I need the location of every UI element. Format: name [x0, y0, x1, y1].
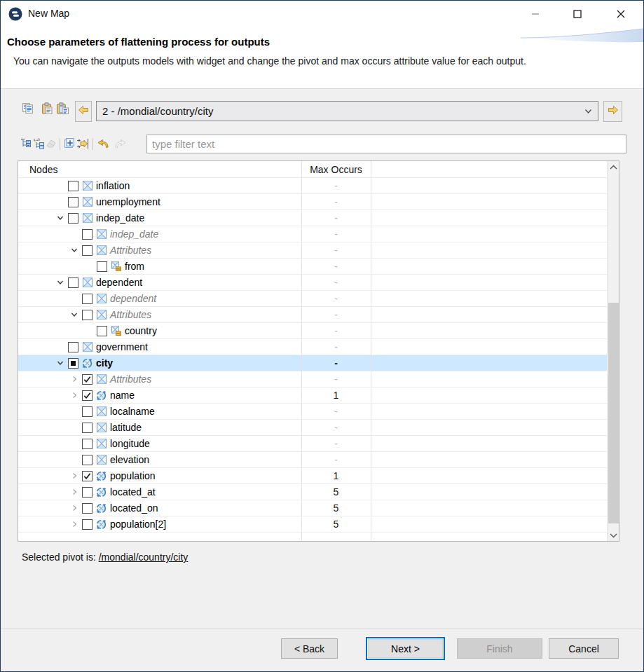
max-occurs-value[interactable]: 5: [301, 519, 371, 530]
max-occurs-value[interactable]: -: [301, 422, 371, 433]
row-checkbox[interactable]: [82, 439, 93, 449]
tree-row[interactable]: unemployment-: [18, 194, 607, 210]
row-checkbox[interactable]: [82, 503, 93, 514]
row-checkbox[interactable]: [82, 294, 93, 304]
tree-row[interactable]: located_at5: [18, 484, 607, 500]
expand-levels-icon[interactable]: [33, 137, 46, 150]
max-occurs-value[interactable]: -: [301, 325, 371, 336]
tree-row[interactable]: city-: [18, 355, 607, 371]
row-checkbox[interactable]: [68, 358, 78, 369]
max-occurs-value[interactable]: 1: [301, 470, 371, 481]
back-button[interactable]: < Back: [281, 638, 338, 659]
max-occurs-value[interactable]: -: [301, 293, 371, 304]
row-checkbox[interactable]: [82, 229, 93, 240]
tree-row[interactable]: Attributes-: [18, 371, 607, 388]
tree-row[interactable]: longitude-: [18, 436, 607, 452]
tree-row[interactable]: elevation-: [18, 452, 607, 468]
scrollbar-up-button[interactable]: [608, 161, 619, 173]
chevron-down-icon[interactable]: [69, 310, 80, 320]
max-occurs-value[interactable]: 1: [301, 390, 371, 401]
tree-row[interactable]: latitude-: [18, 420, 607, 436]
chevron-down-icon[interactable]: [69, 245, 80, 255]
paste-icon[interactable]: [41, 102, 53, 115]
column-header-nodes[interactable]: Nodes: [29, 161, 57, 178]
max-occurs-value[interactable]: -: [301, 180, 371, 191]
row-checkbox[interactable]: [82, 406, 93, 417]
tree-row[interactable]: localname-: [18, 404, 607, 420]
max-occurs-value[interactable]: -: [301, 438, 371, 449]
minimize-button[interactable]: [519, 1, 551, 27]
row-checkbox[interactable]: [82, 519, 93, 530]
max-occurs-value[interactable]: -: [301, 277, 371, 288]
row-checkbox[interactable]: [68, 197, 78, 207]
scrollbar-thumb[interactable]: [608, 303, 619, 523]
title-bar[interactable]: New Map: [1, 1, 643, 27]
max-occurs-value[interactable]: 5: [301, 502, 371, 514]
chevron-down-icon[interactable]: [55, 277, 66, 287]
tree-row[interactable]: from-: [18, 259, 607, 275]
chevron-right-icon[interactable]: [69, 503, 80, 513]
max-occurs-value[interactable]: -: [301, 245, 371, 256]
max-occurs-value[interactable]: -: [301, 261, 371, 272]
chevron-down-icon[interactable]: [55, 358, 66, 368]
max-occurs-value[interactable]: -: [301, 212, 371, 224]
close-button[interactable]: [605, 1, 637, 27]
tree-row[interactable]: indep_date-: [18, 226, 607, 242]
row-checkbox[interactable]: [68, 277, 78, 288]
expand-node-icon[interactable]: [64, 137, 76, 150]
copy-icon[interactable]: [22, 102, 34, 115]
row-checkbox[interactable]: [82, 471, 93, 481]
max-occurs-value[interactable]: -: [301, 357, 371, 369]
tree-row[interactable]: located_on5: [18, 500, 607, 516]
output-selector-combo[interactable]: 2 - /mondial/country/city: [96, 101, 598, 121]
tree-row[interactable]: Attributes-: [18, 307, 607, 323]
row-checkbox[interactable]: [82, 310, 93, 320]
row-checkbox[interactable]: [82, 390, 93, 401]
row-checkbox[interactable]: [82, 487, 93, 498]
max-occurs-value[interactable]: -: [301, 196, 371, 207]
chevron-down-icon[interactable]: [55, 213, 66, 223]
tree-row[interactable]: dependent-: [18, 275, 607, 291]
paste-structure-icon[interactable]: [56, 102, 69, 115]
row-checkbox[interactable]: [82, 455, 93, 465]
row-checkbox[interactable]: [68, 342, 78, 352]
row-checkbox[interactable]: [82, 245, 93, 256]
max-occurs-value[interactable]: -: [301, 454, 371, 465]
collapse-all-icon[interactable]: [20, 137, 33, 150]
chevron-right-icon[interactable]: [69, 374, 80, 384]
tree-row[interactable]: inflation-: [18, 178, 607, 194]
tree-row[interactable]: name1: [18, 388, 607, 404]
cancel-button[interactable]: Cancel: [549, 638, 619, 659]
tree-row[interactable]: dependent-: [18, 291, 607, 307]
scrollbar-down-button[interactable]: [608, 529, 619, 541]
max-occurs-value[interactable]: -: [301, 341, 371, 352]
tree-row[interactable]: country-: [18, 323, 607, 339]
tree-row[interactable]: government-: [18, 339, 607, 355]
row-checkbox[interactable]: [68, 213, 78, 224]
row-checkbox[interactable]: [97, 326, 107, 336]
row-checkbox[interactable]: [82, 374, 93, 385]
row-checkbox[interactable]: [68, 181, 78, 191]
chevron-right-icon[interactable]: [69, 390, 80, 400]
next-button[interactable]: Next >: [368, 639, 443, 658]
max-occurs-value[interactable]: -: [301, 406, 371, 417]
chevron-right-icon[interactable]: [69, 487, 80, 497]
tree-row[interactable]: Attributes-: [18, 242, 607, 259]
max-occurs-value[interactable]: -: [301, 373, 371, 385]
set-pivot-icon[interactable]: [76, 137, 89, 150]
row-checkbox[interactable]: [82, 423, 93, 433]
tree-row[interactable]: population[2]5: [18, 516, 607, 533]
max-occurs-value[interactable]: -: [301, 228, 371, 240]
chevron-right-icon[interactable]: [69, 519, 80, 529]
column-header-max-occurs[interactable]: Max Occurs: [301, 161, 371, 178]
next-output-button[interactable]: [603, 101, 622, 122]
chevron-right-icon[interactable]: [69, 471, 80, 481]
row-checkbox[interactable]: [97, 261, 107, 272]
tree-row[interactable]: population1: [18, 468, 607, 484]
filter-input[interactable]: [146, 135, 626, 153]
previous-output-button[interactable]: [75, 101, 92, 122]
max-occurs-value[interactable]: 5: [301, 486, 371, 498]
maximize-button[interactable]: [561, 1, 594, 27]
tree-row[interactable]: indep_date-: [18, 210, 607, 226]
chevron-down-icon[interactable]: [583, 107, 594, 119]
